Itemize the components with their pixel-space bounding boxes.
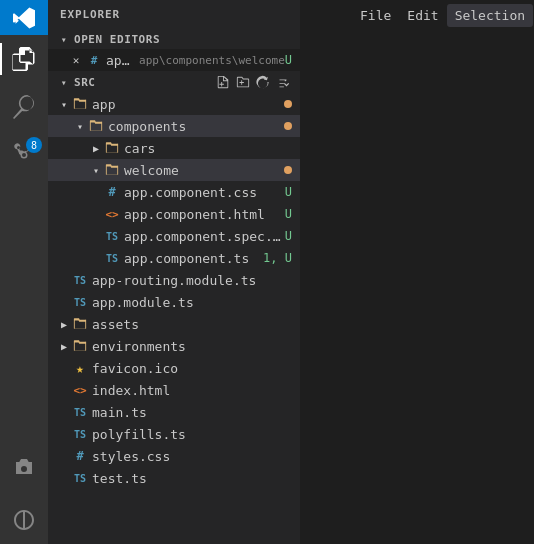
index-html-icon: <> <box>72 382 88 398</box>
file-app-component-css[interactable]: # app.component.css U <box>48 181 300 203</box>
menu-selection[interactable]: Selection <box>447 4 533 27</box>
main-ts-icon: TS <box>72 404 88 420</box>
css-file-icon: # <box>86 52 102 68</box>
file-app-component-ts[interactable]: TS app.component.ts 1, U <box>48 247 300 269</box>
components-modified-dot <box>284 122 292 130</box>
welcome-modified-dot <box>284 166 292 174</box>
app-component-css-badge: U <box>285 185 292 199</box>
menubar: File Edit Selection View Go Debug Termin… <box>348 0 534 30</box>
source-control-icon[interactable]: 8 <box>0 131 48 179</box>
file-styles-css[interactable]: # styles.css <box>48 445 300 467</box>
new-file-btn[interactable] <box>214 73 232 91</box>
folder-app[interactable]: ▾ app <box>48 93 300 115</box>
app-module-label: app.module.ts <box>92 295 292 310</box>
environments-chevron: ▶ <box>56 338 72 354</box>
src-label: SRC <box>74 76 96 89</box>
spec-ts-icon: TS <box>104 228 120 244</box>
test-ts-label: test.ts <box>92 471 292 486</box>
app-chevron: ▾ <box>56 96 72 112</box>
app-component-css-label: app.component.css <box>124 185 285 200</box>
remote-icon[interactable] <box>0 496 48 544</box>
file-app-routing[interactable]: TS app-routing.module.ts <box>48 269 300 291</box>
files-icon[interactable] <box>0 35 48 83</box>
open-editor-badge: U <box>285 53 292 67</box>
test-ts-icon: TS <box>72 470 88 486</box>
open-editors-section: ▾ OPEN EDITORS ✕ # app.component.css app… <box>48 29 300 71</box>
components-folder-label: components <box>108 119 284 134</box>
components-chevron: ▾ <box>72 118 88 134</box>
file-app-component-html[interactable]: <> app.component.html U <box>48 203 300 225</box>
refresh-btn[interactable] <box>254 73 272 91</box>
open-editors-header[interactable]: ▾ OPEN EDITORS <box>48 29 300 49</box>
routing-ts-icon: TS <box>72 272 88 288</box>
file-tree: ▾ app ▾ components ▶ <box>48 93 300 489</box>
src-actions <box>214 73 292 91</box>
open-editor-path: app\components\welcome <box>139 54 285 67</box>
main-ts-label: main.ts <box>92 405 292 420</box>
collapse-btn[interactable] <box>274 73 292 91</box>
app-component-ts-badge: 1, U <box>263 251 292 265</box>
open-editor-filename: app.component.css <box>106 53 135 68</box>
app-routing-label: app-routing.module.ts <box>92 273 292 288</box>
close-icon[interactable]: ✕ <box>68 52 84 68</box>
polyfills-label: polyfills.ts <box>92 427 292 442</box>
app-component-html-label: app.component.html <box>124 207 285 222</box>
file-favicon[interactable]: ★ favicon.ico <box>48 357 300 379</box>
environments-folder-label: environments <box>92 339 292 354</box>
folder-assets[interactable]: ▶ assets <box>48 313 300 335</box>
menu-edit[interactable]: Edit <box>399 4 446 27</box>
app-component-spec-label: app.component.spec.ts <box>124 229 285 244</box>
file-index-html[interactable]: <> index.html <box>48 379 300 401</box>
folder-welcome[interactable]: ▾ welcome <box>48 159 300 181</box>
styles-css-icon: # <box>72 448 88 464</box>
open-editor-item[interactable]: ✕ # app.component.css app\components\wel… <box>48 49 300 71</box>
favicon-icon: ★ <box>72 360 88 376</box>
assets-chevron: ▶ <box>56 316 72 332</box>
assets-folder-label: assets <box>92 317 292 332</box>
app-folder-icon <box>72 96 88 112</box>
source-control-badge: 8 <box>26 137 42 153</box>
cars-chevron: ▶ <box>88 140 104 156</box>
styles-css-label: styles.css <box>92 449 292 464</box>
app-component-html-badge: U <box>285 207 292 221</box>
file-app-component-spec[interactable]: TS app.component.spec.ts U <box>48 225 300 247</box>
css-icon: # <box>104 184 120 200</box>
app-modified-dot <box>284 100 292 108</box>
src-section: ▾ SRC ▾ <box>48 71 300 489</box>
open-editors-chevron: ▾ <box>56 31 72 47</box>
folder-environments[interactable]: ▶ environments <box>48 335 300 357</box>
assets-folder-icon <box>72 316 88 332</box>
search-icon[interactable] <box>0 83 48 131</box>
ts-icon: TS <box>104 250 120 266</box>
sidebar-title: EXPLORER <box>48 0 300 29</box>
src-header[interactable]: ▾ SRC <box>48 71 300 93</box>
components-folder-icon <box>88 118 104 134</box>
welcome-folder-icon <box>104 162 120 178</box>
app-component-spec-badge: U <box>285 229 292 243</box>
cars-folder-label: cars <box>124 141 292 156</box>
folder-components[interactable]: ▾ components <box>48 115 300 137</box>
extensions-icon[interactable] <box>0 444 48 492</box>
environments-folder-icon <box>72 338 88 354</box>
file-polyfills[interactable]: TS polyfills.ts <box>48 423 300 445</box>
polyfills-ts-icon: TS <box>72 426 88 442</box>
file-test-ts[interactable]: TS test.ts <box>48 467 300 489</box>
welcome-chevron: ▾ <box>88 162 104 178</box>
sidebar: EXPLORER ▾ OPEN EDITORS ✕ # app.componen… <box>48 0 300 544</box>
index-html-label: index.html <box>92 383 292 398</box>
src-chevron: ▾ <box>56 74 72 90</box>
favicon-label: favicon.ico <box>92 361 292 376</box>
new-folder-btn[interactable] <box>234 73 252 91</box>
vscode-logo <box>0 0 48 35</box>
file-app-module[interactable]: TS app.module.ts <box>48 291 300 313</box>
folder-cars[interactable]: ▶ cars <box>48 137 300 159</box>
html-icon: <> <box>104 206 120 222</box>
module-ts-icon: TS <box>72 294 88 310</box>
file-main-ts[interactable]: TS main.ts <box>48 401 300 423</box>
welcome-folder-label: welcome <box>124 163 284 178</box>
app-component-ts-label: app.component.ts <box>124 251 263 266</box>
cars-folder-icon <box>104 140 120 156</box>
open-editors-label: OPEN EDITORS <box>74 33 160 46</box>
menu-file[interactable]: File <box>352 4 399 27</box>
main-area: File Edit Selection View Go Debug Termin… <box>300 0 534 544</box>
